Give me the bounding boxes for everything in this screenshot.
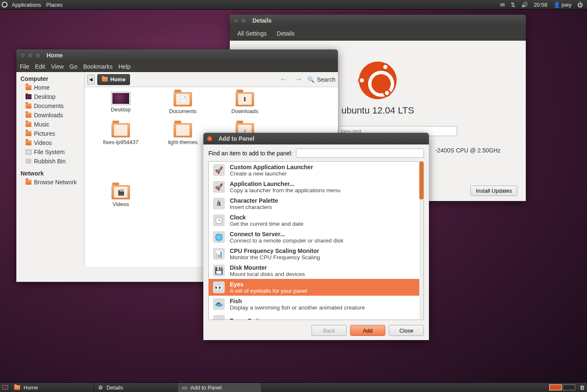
file-item[interactable]: Desktop	[90, 92, 152, 123]
trash-button[interactable]: 🗑	[577, 384, 587, 391]
file-item[interactable]: 🎬 Videos	[90, 185, 152, 216]
panel-item-desc: Get the current time and date	[230, 221, 304, 227]
panel-item-title: Force Quit	[230, 317, 259, 320]
sidebar: Computer Home Desktop Documents Download…	[16, 72, 85, 267]
bc-details[interactable]: Details	[273, 28, 298, 39]
panel-item[interactable]: 🚀Application Launcher...Copy a launcher …	[209, 178, 423, 195]
panel-item-desc: Connect to a remote computer or shared d…	[230, 237, 343, 244]
panel-item-icon: à	[213, 198, 225, 209]
workspace-switcher[interactable]	[548, 384, 577, 391]
close-icon[interactable]	[20, 52, 26, 58]
panel-item[interactable]: 🌐Connect to Server...Connect to a remote…	[209, 229, 423, 245]
close-icon[interactable]	[233, 18, 239, 23]
panel-item[interactable]: àCharacter PaletteInsert characters	[209, 195, 423, 212]
sidebar-item-pictures[interactable]: Pictures	[16, 129, 84, 138]
panel-item[interactable]: 💾Disk MounterMount local disks and devic…	[209, 262, 423, 279]
file-item[interactable]: 📄 Documents	[152, 92, 214, 123]
panel-item-icon: 📊	[213, 248, 225, 260]
show-desktop-button[interactable]	[0, 383, 10, 392]
folder-icon: 🎬	[112, 185, 130, 199]
sidebar-item-browse-network[interactable]: Browse Network	[16, 178, 84, 187]
close-icon[interactable]	[207, 136, 213, 142]
panel-item-desc: Mount local disks and devices	[230, 271, 305, 277]
details-titlebar[interactable]: Details	[230, 15, 526, 26]
disk-icon	[26, 150, 31, 155]
places-menu[interactable]: Places	[44, 2, 65, 8]
menu-bookmarks[interactable]: Bookmarks	[83, 63, 112, 70]
addpanel-titlebar[interactable]: Add to Panel	[203, 133, 429, 144]
menu-file[interactable]: File	[20, 63, 29, 70]
home-menubar: File Edit View Go Bookmarks Help	[16, 61, 338, 72]
panel-item-icon: 🕒	[213, 214, 225, 226]
menu-help[interactable]: Help	[119, 63, 131, 70]
sidebar-toggle[interactable]: ◀	[87, 75, 95, 85]
panel-item[interactable]: 👀EyesA set of eyeballs for your panel	[209, 279, 423, 296]
top-panel: Applications Places ✉ ⇅ 🔊 20:58 👤 joey ⏻	[0, 0, 587, 10]
panel-item[interactable]: 🐟FishDisplay a swimming fish or another …	[209, 296, 423, 312]
minimize-icon[interactable]	[27, 52, 33, 58]
sidebar-item-desktop[interactable]: Desktop	[16, 92, 84, 101]
workspace-1[interactable]	[549, 384, 562, 390]
panel-item-title: Eyes	[230, 281, 307, 288]
panel-item[interactable]: 📊CPU Frequency Scaling MonitorMonitor th…	[209, 245, 423, 262]
file-item[interactable]: fixes-lp954437	[90, 123, 152, 154]
panel-item-title: CPU Frequency Scaling Monitor	[230, 248, 320, 254]
task-details[interactable]: ⚙ Details	[94, 383, 178, 392]
folder-icon: 📄	[174, 92, 192, 106]
menu-go[interactable]: Go	[70, 63, 78, 70]
forward-button[interactable]: →	[292, 75, 305, 84]
network-icon[interactable]: ⇅	[511, 2, 515, 8]
panel-item[interactable]: 🚀Custom Application LauncherCreate a new…	[209, 162, 423, 178]
folder-icon	[26, 180, 31, 185]
file-item[interactable]: ⬇ Downloads	[214, 92, 276, 123]
sidebar-item-filesystem[interactable]: File System	[16, 147, 84, 157]
menu-view[interactable]: View	[51, 63, 64, 70]
folder-icon	[102, 77, 108, 82]
panel-item-icon: 🚀	[213, 164, 225, 176]
folder-icon	[26, 103, 31, 108]
back-button[interactable]: Back	[312, 325, 347, 336]
folder-icon	[26, 131, 31, 136]
close-button[interactable]: Close	[389, 325, 424, 336]
panel-icon: ▭	[182, 384, 187, 391]
sidebar-item-videos[interactable]: Videos	[16, 138, 84, 147]
scrollbar[interactable]	[419, 162, 423, 320]
panel-item-desc: A set of eyeballs for your panel	[230, 288, 307, 294]
volume-icon[interactable]: 🔊	[521, 2, 528, 8]
panel-item-desc: Monitor the CPU Frequency Scaling	[230, 254, 320, 260]
install-updates-button[interactable]: Install Updates	[470, 186, 517, 196]
path-home-button[interactable]: Home	[97, 74, 130, 85]
sidebar-item-downloads[interactable]: Downloads	[16, 111, 84, 120]
panel-item[interactable]: 🕒ClockGet the current time and date	[209, 212, 423, 229]
back-button[interactable]: ←	[277, 75, 290, 84]
add-button[interactable]: Add	[350, 325, 385, 336]
find-input[interactable]	[296, 149, 424, 158]
applications-menu[interactable]: Applications	[9, 2, 44, 8]
panel-item-title: Fish	[230, 298, 365, 304]
user-menu[interactable]: 👤 joey	[553, 2, 571, 8]
menu-edit[interactable]: Edit	[35, 63, 45, 70]
sidebar-item-rubbish[interactable]: Rubbish Bin	[16, 157, 84, 166]
panel-item[interactable]: Force Quit	[209, 312, 423, 320]
sidebar-item-documents[interactable]: Documents	[16, 101, 84, 111]
panel-item-title: Character Palette	[230, 197, 278, 204]
desktop-icon	[26, 94, 31, 99]
panel-item-title: Connect to Server...	[230, 231, 343, 237]
bc-all-settings[interactable]: All Settings	[234, 28, 270, 39]
sidebar-item-home[interactable]: Home	[16, 83, 84, 92]
breadcrumb: All Settings Details	[230, 26, 526, 41]
minimize-icon[interactable]	[241, 18, 247, 23]
power-icon[interactable]: ⏻	[577, 2, 583, 8]
trash-icon	[26, 159, 31, 164]
task-addpanel[interactable]: ▭ Add to Panel	[178, 383, 262, 392]
search-button[interactable]: 🔍 Search	[307, 76, 335, 83]
workspace-2[interactable]	[563, 384, 575, 390]
folder-icon	[14, 385, 20, 390]
sidebar-item-music[interactable]: Music	[16, 120, 84, 129]
task-home[interactable]: Home	[10, 383, 94, 392]
home-titlebar[interactable]: Home	[16, 49, 338, 61]
clock[interactable]: 20:58	[534, 2, 548, 8]
maximize-icon[interactable]	[35, 52, 41, 58]
mail-icon[interactable]: ✉	[500, 2, 505, 8]
ubuntu-logo-icon[interactable]	[2, 2, 8, 8]
